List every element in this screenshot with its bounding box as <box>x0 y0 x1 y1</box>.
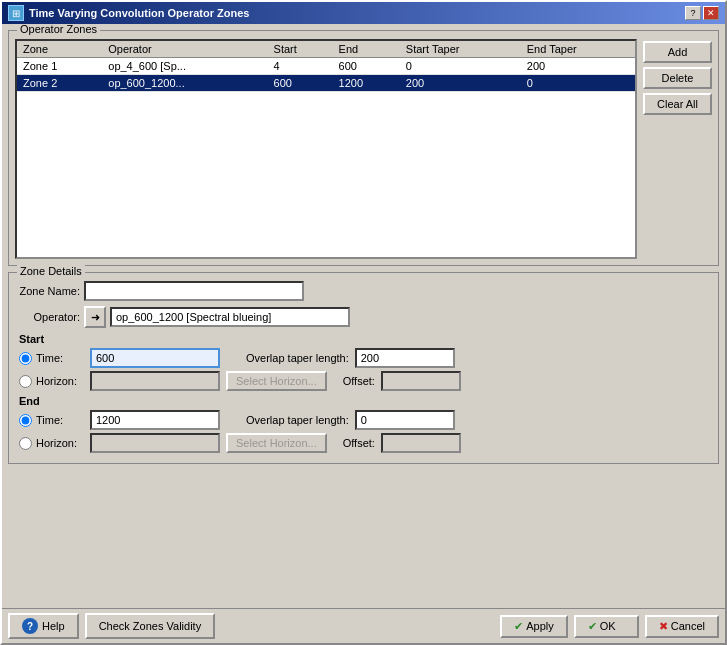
table-header-row: Zone Operator Start End Start Taper End … <box>17 41 635 58</box>
cell-end_taper: 200 <box>521 58 635 75</box>
start-subsection: Start Time: Overlap taper length: Horizo <box>15 333 712 391</box>
operator-label: Operator: <box>15 311 80 323</box>
start-horizon-radio[interactable] <box>19 375 32 388</box>
add-button[interactable]: Add <box>643 41 712 63</box>
zones-table: Zone Operator Start End Start Taper End … <box>17 41 635 92</box>
bottom-left: ? Help Check Zones Validity <box>8 613 215 639</box>
title-bar-left: ⊞ Time Varying Convolution Operator Zone… <box>8 5 249 21</box>
title-bar-controls: ? ✕ <box>685 6 719 20</box>
zones-buttons: Add Delete Clear All <box>643 39 712 259</box>
operator-zones-section: Zone Operator Start End Start Taper End … <box>15 39 712 259</box>
end-select-horizon-button[interactable]: Select Horizon... <box>226 433 327 453</box>
col-end-taper: End Taper <box>521 41 635 58</box>
start-horizon-row: Horizon: Select Horizon... Offset: <box>15 371 712 391</box>
start-overlap-input[interactable] <box>355 348 455 368</box>
end-time-input[interactable] <box>90 410 220 430</box>
ok-check-icon: ✔ <box>588 620 597 633</box>
cell-zone: Zone 1 <box>17 58 102 75</box>
cell-zone: Zone 2 <box>17 75 102 92</box>
end-offset-label: Offset: <box>343 437 375 449</box>
col-start: Start <box>268 41 333 58</box>
start-overlap-label: Overlap taper length: <box>246 352 349 364</box>
cell-end: 600 <box>333 58 400 75</box>
start-horizon-input <box>90 371 220 391</box>
start-time-radio[interactable] <box>19 352 32 365</box>
close-button[interactable]: ✕ <box>703 6 719 20</box>
zone-name-input[interactable] <box>84 281 304 301</box>
zone-details-label: Zone Details <box>17 265 85 277</box>
apply-check-icon: ✔ <box>514 620 523 633</box>
operator-zones-label: Operator Zones <box>17 24 100 35</box>
start-time-input[interactable] <box>90 348 220 368</box>
start-time-row: Time: Overlap taper length: <box>15 348 712 368</box>
delete-button[interactable]: Delete <box>643 67 712 89</box>
table-row[interactable]: Zone 2op_600_1200...60012002000 <box>17 75 635 92</box>
title-bar: ⊞ Time Varying Convolution Operator Zone… <box>2 2 725 24</box>
bottom-right: ✔ Apply ✔ OK ✖ Cancel <box>500 615 719 638</box>
end-horizon-radio[interactable] <box>19 437 32 450</box>
end-time-radio-label[interactable]: Time: <box>19 414 84 427</box>
end-overlap-label: Overlap taper length: <box>246 414 349 426</box>
bottom-bar: ? Help Check Zones Validity ✔ Apply ✔ OK… <box>2 608 725 643</box>
window-title: Time Varying Convolution Operator Zones <box>29 7 249 19</box>
end-subsection: End Time: Overlap taper length: Horizon: <box>15 395 712 453</box>
start-time-radio-label[interactable]: Time: <box>19 352 84 365</box>
end-offset-input <box>381 433 461 453</box>
start-offset-label: Offset: <box>343 375 375 387</box>
start-label: Start <box>19 333 712 345</box>
help-button[interactable]: ? Help <box>8 613 79 639</box>
operator-row: Operator: ➜ <box>15 306 712 328</box>
zone-name-row: Zone Name: <box>15 281 712 301</box>
cell-end_taper: 0 <box>521 75 635 92</box>
check-zones-button[interactable]: Check Zones Validity <box>85 613 216 639</box>
end-label: End <box>19 395 712 407</box>
zone-name-label: Zone Name: <box>15 285 80 297</box>
help-icon: ? <box>22 618 38 634</box>
cell-operator: op_600_1200... <box>102 75 267 92</box>
col-end: End <box>333 41 400 58</box>
main-window: ⊞ Time Varying Convolution Operator Zone… <box>0 0 727 645</box>
operator-zones-group: Operator Zones Zone Operator Start End S… <box>8 30 719 266</box>
cancel-cross-icon: ✖ <box>659 620 668 633</box>
table-row[interactable]: Zone 1op_4_600 [Sp...46000200 <box>17 58 635 75</box>
cell-operator: op_4_600 [Sp... <box>102 58 267 75</box>
start-offset-input <box>381 371 461 391</box>
cell-end: 1200 <box>333 75 400 92</box>
end-horizon-input <box>90 433 220 453</box>
start-horizon-radio-label[interactable]: Horizon: <box>19 375 84 388</box>
end-horizon-row: Horizon: Select Horizon... Offset: <box>15 433 712 453</box>
start-select-horizon-button[interactable]: Select Horizon... <box>226 371 327 391</box>
ok-button[interactable]: ✔ OK <box>574 615 639 638</box>
cell-start: 4 <box>268 58 333 75</box>
operator-input[interactable] <box>110 307 350 327</box>
apply-button[interactable]: ✔ Apply <box>500 615 568 638</box>
clear-all-button[interactable]: Clear All <box>643 93 712 115</box>
col-operator: Operator <box>102 41 267 58</box>
cell-start: 600 <box>268 75 333 92</box>
end-horizon-radio-label[interactable]: Horizon: <box>19 437 84 450</box>
cell-start_taper: 0 <box>400 58 521 75</box>
help-title-button[interactable]: ? <box>685 6 701 20</box>
cell-start_taper: 200 <box>400 75 521 92</box>
end-overlap-input[interactable] <box>355 410 455 430</box>
operator-arrow-button[interactable]: ➜ <box>84 306 106 328</box>
window-content: Operator Zones Zone Operator Start End S… <box>2 24 725 608</box>
col-zone: Zone <box>17 41 102 58</box>
window-icon: ⊞ <box>8 5 24 21</box>
zone-details-group: Zone Details Zone Name: Operator: ➜ Star… <box>8 272 719 464</box>
col-start-taper: Start Taper <box>400 41 521 58</box>
end-time-radio[interactable] <box>19 414 32 427</box>
zones-table-container[interactable]: Zone Operator Start End Start Taper End … <box>15 39 637 259</box>
end-time-row: Time: Overlap taper length: <box>15 410 712 430</box>
cancel-button[interactable]: ✖ Cancel <box>645 615 719 638</box>
